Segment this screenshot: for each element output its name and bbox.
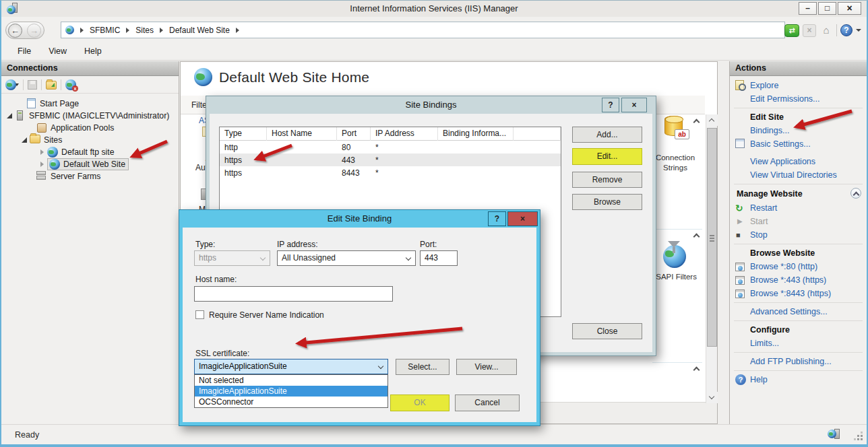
breadcrumb[interactable]: SFBMIC Sites Default Web Site — [61, 22, 785, 38]
action-stop[interactable]: ■ Stop — [734, 228, 863, 242]
breadcrumb-item-server[interactable]: SFBMIC — [90, 26, 120, 35]
ip-address-combobox[interactable]: All Unassigned — [277, 250, 416, 266]
help-icon[interactable]: ? — [840, 24, 852, 36]
chevron-down-icon — [406, 255, 411, 261]
menu-help[interactable]: Help — [84, 46, 102, 56]
action-view-applications[interactable]: View Applications — [734, 155, 863, 168]
tree-item-server-farms[interactable]: Server Farms — [1, 170, 179, 182]
server-icon — [15, 110, 26, 121]
scroll-up-button[interactable] — [706, 114, 718, 126]
tree-item-default-web-site[interactable]: Default Web Site — [1, 158, 179, 170]
section-manage-website: Manage Website — [734, 186, 863, 201]
breadcrumb-item-sites[interactable]: Sites — [135, 26, 154, 35]
action-browse-80[interactable]: Browse *:80 (http) — [734, 260, 863, 273]
action-add-ftp-publishing[interactable]: Add FTP Publishing... — [734, 355, 863, 368]
action-restart[interactable]: ↻ Restart — [734, 201, 863, 215]
action-limits[interactable]: Limits... — [734, 337, 863, 350]
ssl-option-imagicle[interactable]: ImagicleApplicationSuite — [195, 386, 388, 397]
collapse-section-button[interactable] — [850, 188, 861, 199]
selected-tree-item[interactable]: Default Web Site — [47, 158, 129, 170]
disconnect-icon[interactable]: x — [65, 79, 76, 90]
action-browse-443[interactable]: Browse *:443 (https) — [734, 273, 863, 287]
action-view-virtual-directories[interactable]: View Virtual Directories — [734, 168, 863, 182]
collapse-group-icon[interactable] — [693, 119, 700, 126]
select-button[interactable]: Select... — [396, 359, 450, 375]
home-icon[interactable]: ⌂ — [819, 24, 833, 37]
open-folder-icon[interactable] — [46, 81, 57, 90]
binding-row-https-443[interactable]: https 443 * — [220, 153, 561, 166]
cancel-button[interactable]: Cancel — [455, 394, 520, 411]
breadcrumb-item-default-web-site[interactable]: Default Web Site — [169, 26, 230, 35]
resize-grip[interactable] — [861, 438, 863, 440]
close-button[interactable]: × — [838, 2, 861, 15]
ssl-option-not-selected[interactable]: Not selected — [195, 375, 388, 386]
minimize-button[interactable]: – — [799, 2, 817, 15]
dialog-help-button[interactable]: ? — [602, 98, 619, 112]
browser-icon — [735, 288, 747, 299]
add-button[interactable]: Add... — [572, 127, 642, 143]
dialog-close-button[interactable]: × — [621, 98, 647, 112]
section-configure: Configure — [734, 323, 863, 337]
stop-icon: ■ — [735, 230, 747, 240]
column-host-name[interactable]: Host Name — [267, 127, 337, 141]
column-type[interactable]: Type — [220, 127, 267, 141]
dialog-help-button[interactable]: ? — [488, 211, 506, 226]
chevron-down-icon[interactable] — [856, 29, 861, 32]
action-help[interactable]: ? Help — [734, 373, 863, 386]
isapi-filters-label[interactable]: ISAPI Filters — [648, 272, 702, 282]
collapse-group-icon[interactable] — [693, 367, 700, 374]
tree-item-server[interactable]: SFBMIC (IMAGICLETV\Administrator) — [1, 110, 179, 122]
connect-button[interactable] — [5, 79, 19, 90]
forward-button[interactable]: → — [27, 24, 41, 38]
sni-checkbox[interactable] — [195, 310, 204, 319]
action-bindings[interactable]: Bindings... — [734, 124, 863, 137]
save-icon[interactable] — [28, 80, 37, 90]
ssl-certificate-dropdown-list: Not selected ImagicleApplicationSuite OC… — [194, 374, 388, 408]
menu-view[interactable]: View — [49, 46, 67, 56]
scroll-down-button[interactable] — [706, 392, 718, 403]
collapse-group-icon[interactable] — [693, 234, 700, 240]
tree-item-default-ftp-site[interactable]: Default ftp site — [1, 146, 179, 158]
action-browse-8443[interactable]: Browse *:8443 (https) — [734, 287, 863, 300]
expander-closed-icon[interactable] — [40, 162, 44, 167]
maximize-button[interactable]: □ — [818, 2, 836, 15]
port-input[interactable]: 443 — [420, 250, 458, 266]
content-scrollbar[interactable] — [706, 114, 717, 403]
stop-icon[interactable]: × — [803, 24, 816, 37]
host-name-input[interactable] — [194, 286, 393, 302]
connections-tree: Start Page SFBMIC (IMAGICLETV\Administra… — [1, 94, 179, 182]
expander-open-icon[interactable] — [22, 137, 27, 143]
ok-button[interactable]: OK — [390, 394, 450, 411]
column-port[interactable]: Port — [337, 127, 371, 141]
close-dialog-button[interactable]: Close — [572, 323, 642, 339]
column-ip-address[interactable]: IP Address — [371, 127, 438, 141]
ssl-certificate-combobox[interactable]: ImagicleApplicationSuite — [194, 359, 388, 374]
action-basic-settings[interactable]: Basic Settings... — [734, 137, 863, 151]
tree-item-sites[interactable]: Sites — [1, 134, 179, 146]
column-binding-info[interactable]: Binding Informa... — [438, 127, 514, 141]
menu-file[interactable]: File — [18, 46, 31, 56]
ip-address-label: IP address: — [277, 240, 317, 249]
expander-closed-icon[interactable] — [40, 149, 44, 155]
remove-button[interactable]: Remove — [572, 172, 642, 188]
expander-open-icon[interactable] — [7, 113, 12, 118]
restart-icon: ↻ — [735, 203, 747, 213]
dialog-close-button[interactable]: × — [507, 211, 538, 226]
iis-app-icon — [7, 3, 18, 14]
sni-label[interactable]: Require Server Name Indication — [209, 310, 324, 320]
binding-row-http-80[interactable]: http 80 * — [220, 141, 561, 153]
tree-item-application-pools[interactable]: Application Pools — [1, 122, 179, 134]
action-edit-permissions[interactable]: Edit Permissions... — [734, 92, 863, 106]
ssl-option-ocsconnector[interactable]: OCSConnector — [195, 397, 388, 407]
action-advanced-settings[interactable]: Advanced Settings... — [734, 305, 863, 318]
page-icon — [26, 98, 36, 109]
action-explore[interactable]: Explore — [734, 79, 863, 92]
back-button[interactable]: ← — [8, 24, 22, 38]
binding-row-https-8443[interactable]: https 8443 * — [220, 166, 561, 179]
tree-item-start-page[interactable]: Start Page — [1, 98, 179, 110]
scrollbar-thumb[interactable] — [707, 128, 717, 347]
refresh-icon[interactable]: ⇄ — [784, 24, 799, 37]
edit-button[interactable]: Edit... — [572, 148, 642, 165]
browse-button[interactable]: Browse — [572, 194, 642, 210]
view-button[interactable]: View... — [456, 359, 517, 375]
